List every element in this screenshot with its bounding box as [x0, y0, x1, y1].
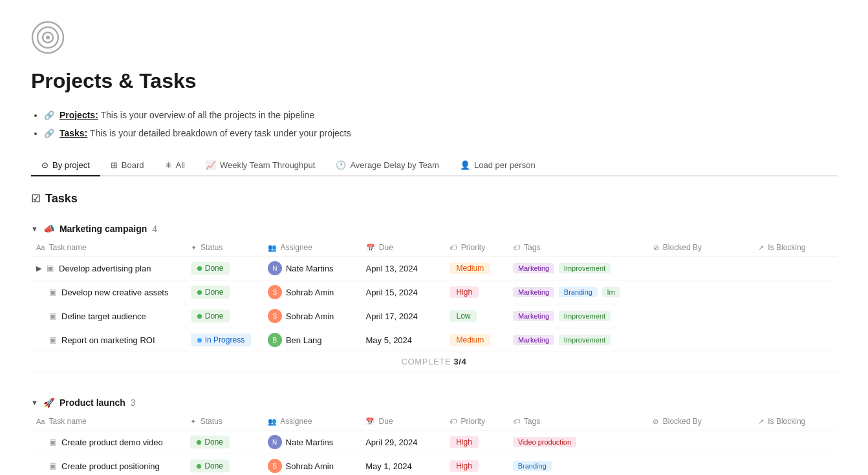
tag-badge[interactable]: Video production: [513, 437, 576, 447]
status-dot: [197, 266, 202, 271]
assignee-name: Nate Martins: [286, 438, 334, 447]
table-row: ▣ Create product positioning Done S: [31, 454, 837, 476]
task-name-cell: ▣ Report on marketing ROI: [31, 328, 186, 352]
status-text: In Progress: [205, 335, 244, 344]
table-row: ▣ Report on marketing ROI In Progress B: [31, 328, 837, 352]
complete-fraction: 3/4: [453, 357, 466, 366]
status-text: Done: [205, 288, 224, 297]
tag-badge[interactable]: Branding: [513, 461, 552, 471]
tag-badge[interactable]: Improvement: [559, 335, 611, 345]
group-marketing-header[interactable]: ▼ 📣 Marketing campaign 4: [31, 218, 837, 239]
th-status-2: ✦ Status: [185, 413, 262, 430]
tasks-text: This is your detailed breakdown of every…: [90, 128, 351, 138]
projects-icon: 🔗: [44, 111, 54, 120]
task-name-text[interactable]: Develop advertising plan: [59, 264, 151, 273]
table-row: ▣ Create product demo video Done N: [31, 430, 837, 454]
tag-badge[interactable]: Marketing: [513, 287, 554, 297]
priority-badge[interactable]: High: [450, 460, 479, 472]
task-priority-cell: Medium: [444, 257, 507, 280]
th-priority-1: 🏷 Priority: [444, 239, 507, 257]
avatar: S: [268, 309, 282, 323]
tag-badge[interactable]: Branding: [559, 287, 598, 297]
tab-weekly-icon: 📈: [206, 160, 216, 170]
tab-board[interactable]: ⊞ Board: [100, 155, 155, 176]
bullet-projects: 🔗 Projects: This is your overview of all…: [44, 106, 837, 124]
svg-point-3: [46, 36, 50, 39]
tab-load-icon: 👤: [460, 160, 470, 170]
tag-badge[interactable]: Im: [602, 287, 620, 297]
task-tags-cell: Marketing Improvement: [508, 257, 648, 280]
status-dot: [197, 290, 202, 295]
app-logo: [31, 21, 837, 56]
task-blockedby-cell: [647, 430, 753, 454]
status-badge[interactable]: Done: [190, 459, 230, 472]
task-name-text[interactable]: Report on marketing ROI: [61, 335, 155, 345]
status-badge[interactable]: In Progress: [191, 333, 251, 346]
task-icon: ▣: [49, 438, 56, 447]
complete-text: COMPLETE 3/4: [31, 352, 837, 372]
task-assignee-cell: B Ben Lang: [263, 328, 361, 352]
group-marketing-name: Marketing campaign: [60, 224, 147, 234]
task-due-cell: April 29, 2024: [360, 430, 444, 454]
task-status-cell: Done: [185, 430, 262, 454]
priority-badge[interactable]: Medium: [450, 262, 490, 274]
tab-weekly-label: Weekly Team Throughput: [220, 160, 315, 170]
priority-badge[interactable]: Medium: [450, 334, 490, 346]
bullet-tasks: 🔗 Tasks: This is your detailed breakdown…: [44, 124, 837, 142]
task-assignee-cell: S Sohrab Amin: [263, 304, 361, 328]
priority-badge[interactable]: High: [450, 286, 479, 298]
due-text: April 29, 2024: [365, 438, 417, 447]
status-badge[interactable]: Done: [190, 436, 230, 449]
task-assignee-cell: N Nate Martins: [263, 257, 361, 280]
task-name-cell: ▣ Create product positioning: [31, 454, 185, 476]
tabs-bar: ⊙ By project ⊞ Board ✳ All 📈 Weekly Team…: [31, 155, 837, 176]
status-badge[interactable]: Done: [191, 310, 230, 322]
status-badge[interactable]: Done: [191, 286, 230, 299]
task-priority-cell: Medium: [444, 328, 507, 352]
tab-load[interactable]: 👤 Load per person: [450, 155, 546, 176]
tab-delay[interactable]: 🕐 Average Delay by Team: [325, 155, 450, 176]
status-badge[interactable]: Done: [191, 262, 230, 275]
assignee-name: Nate Martins: [286, 264, 334, 273]
status-text: Done: [204, 461, 223, 470]
task-assignee-cell: S Sohrab Amin: [263, 280, 361, 304]
group-marketing-count: 4: [152, 224, 157, 234]
task-name-text[interactable]: Define target audience: [61, 311, 146, 321]
row-expand-icon[interactable]: ▶: [36, 264, 41, 273]
tab-weekly[interactable]: 📈 Weekly Team Throughput: [195, 155, 325, 176]
avatar: S: [268, 459, 282, 473]
tab-all[interactable]: ✳ All: [155, 155, 195, 176]
tag-badge[interactable]: Improvement: [559, 311, 611, 321]
status-text: Done: [205, 311, 224, 321]
priority-badge[interactable]: High: [450, 436, 479, 448]
priority-badge[interactable]: Low: [450, 310, 477, 322]
task-icon: ▣: [49, 335, 56, 344]
tab-load-label: Load per person: [474, 160, 536, 170]
status-dot: [197, 464, 201, 469]
tag-badge[interactable]: Marketing: [513, 311, 554, 321]
task-blockedby-cell: [648, 280, 753, 304]
task-name-text[interactable]: Create product positioning: [61, 461, 160, 471]
projects-link[interactable]: Projects:: [60, 110, 98, 120]
task-status-cell: Done: [186, 304, 263, 328]
status-text: Done: [204, 438, 223, 447]
status-dot: [197, 314, 202, 319]
task-name-text[interactable]: Create product demo video: [61, 438, 163, 447]
th-assignee-2: 👥 Assignee: [263, 413, 361, 430]
tag-badge[interactable]: Improvement: [559, 263, 611, 273]
task-status-cell: In Progress: [186, 328, 263, 352]
tasks-link[interactable]: Tasks:: [60, 128, 87, 138]
tag-badge[interactable]: Marketing: [513, 335, 554, 345]
page-title: Projects & Tasks: [31, 69, 837, 93]
tab-by-project[interactable]: ⊙ By project: [31, 155, 100, 176]
task-blockedby-cell: [648, 257, 753, 280]
group-product-header[interactable]: ▼ 🚀 Product launch 3: [31, 392, 837, 413]
tasks-heading: ☑ Tasks: [31, 192, 837, 206]
tag-badge[interactable]: Marketing: [513, 263, 554, 273]
due-text: May 5, 2024: [366, 335, 413, 345]
task-name-text[interactable]: Develop new creative assets: [61, 288, 168, 297]
task-status-cell: Done: [186, 257, 263, 280]
th-blockedby-1: ⊘ Blocked By: [648, 239, 753, 257]
assignee-name: Sohrab Amin: [286, 288, 334, 297]
task-isblocking-cell: [753, 430, 837, 454]
